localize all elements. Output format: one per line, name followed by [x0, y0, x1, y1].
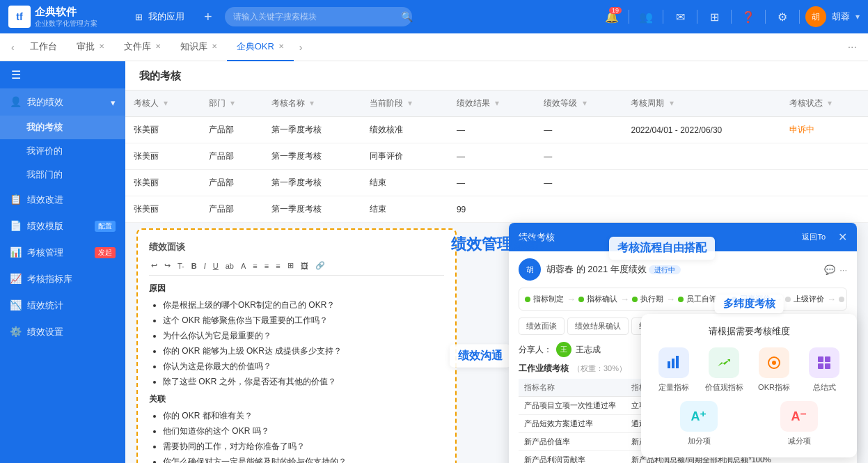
- status-badge: 申诉中: [781, 117, 868, 143]
- sidebar: ☰ 👤我的绩效 ▾ 我的考核 我评价的 我部门的 📋绩效改进 📄绩效模版 配置 …: [0, 61, 125, 463]
- bold-btn[interactable]: B: [189, 261, 199, 271]
- col-period: 考核周期 ▾: [622, 91, 780, 117]
- close-icon[interactable]: ✕: [99, 42, 104, 50]
- my-apps-button[interactable]: ⊞ 我的应用: [128, 8, 191, 26]
- global-search-input[interactable]: [225, 7, 413, 26]
- comment-icon[interactable]: 💬: [824, 265, 835, 275]
- perf-template-tag: 配置: [95, 221, 116, 232]
- multidim-card: 多纬度考核 请根据需要考核维度 定量指标 价值观指标: [641, 314, 857, 457]
- message-icon[interactable]: ✉: [669, 6, 691, 28]
- list-item: 需要协同的工作，对方给你准备了吗？: [163, 440, 444, 453]
- nav-icons: 🔔 19 👥 ✉ ⊞ ❓ ⚙ 胡 胡蓉 ▾: [601, 6, 860, 28]
- sidebar-item-my-perf[interactable]: 👤我的绩效 ▾: [0, 89, 125, 116]
- overlay-container: 绩效管理系统 绩效面谈 ↩ ↪ T- B I U ab A ≡ ≡ ≡ ⊞: [125, 223, 868, 463]
- svg-rect-2: [676, 356, 679, 368]
- table-row[interactable]: 张美丽产品部第一季度考核结束99: [125, 196, 868, 223]
- kpi-icon: [658, 347, 689, 378]
- return-button[interactable]: 返回To: [795, 230, 833, 244]
- tab-next-button[interactable]: ›: [294, 42, 308, 53]
- multidim-grid: 定量指标 价值观指标 OKR指标: [652, 347, 846, 393]
- avatar[interactable]: 胡: [805, 6, 826, 27]
- multidim-label: 多纬度考核: [715, 295, 784, 313]
- perf-content: 原因 你是根据上级的哪个OKR制定的自己的 OKR？ 这个 OKR 能够聚焦你当…: [149, 283, 444, 463]
- sidebar-menu-icon[interactable]: ☰: [0, 61, 125, 89]
- multidim-plus[interactable]: A⁺ 加分项: [652, 401, 745, 446]
- font-size-btn[interactable]: T-: [175, 261, 187, 271]
- notification-button[interactable]: 🔔 19: [601, 6, 623, 28]
- svg-rect-1: [672, 359, 674, 368]
- multidim-value[interactable]: 价值观指标: [702, 347, 745, 393]
- multidim-okr[interactable]: OKR指标: [752, 347, 796, 393]
- user-name[interactable]: 胡蓉: [832, 10, 850, 23]
- close-icon[interactable]: ✕: [212, 42, 217, 50]
- review-mgmt-tag: 发起: [95, 247, 116, 258]
- page-title: 我的考核: [139, 70, 854, 83]
- close-icon[interactable]: ✕: [155, 42, 161, 50]
- table-row[interactable]: 张美丽产品部第一季度考核结束——: [125, 170, 868, 196]
- list-item: 你是根据上级的哪个OKR制定的自己的 OKR？: [163, 299, 444, 311]
- tab-okr[interactable]: 企典OKR ✕: [227, 33, 294, 61]
- svg-rect-6: [825, 356, 830, 362]
- users-icon[interactable]: 👥: [635, 6, 657, 28]
- list-item: 为什么你认为它是最重要的？: [163, 329, 444, 342]
- section2-title: 关联: [149, 393, 444, 405]
- underline-btn[interactable]: U: [211, 261, 221, 271]
- tab-bar: ‹ 工作台 审批 ✕ 文件库 ✕ 知识库 ✕ 企典OKR ✕ › ···: [0, 33, 868, 61]
- link-btn[interactable]: 🔗: [313, 260, 327, 271]
- sidebar-item-perf-settings[interactable]: ⚙️绩效设置: [0, 319, 125, 345]
- table-row[interactable]: 张美丽产品部第一季度考核绩效核准—— 2022/04/01 - 2022/06/…: [125, 117, 868, 143]
- close-icon[interactable]: ✕: [838, 230, 847, 244]
- user-dropdown-icon[interactable]: ▾: [855, 12, 860, 22]
- tab-knowledge[interactable]: 知识库 ✕: [171, 33, 227, 61]
- align-right-btn[interactable]: ≡: [274, 261, 282, 271]
- okr-label: OKR指标: [758, 382, 790, 393]
- table-row[interactable]: 张美丽产品部第一季度考核同事评价——: [125, 143, 868, 170]
- table-btn[interactable]: ⊞: [285, 260, 296, 271]
- sidebar-item-review-mgmt[interactable]: 📊考核管理 发起: [0, 240, 125, 266]
- align-center-btn[interactable]: ≡: [262, 261, 271, 271]
- tab-approval[interactable]: 审批 ✕: [67, 33, 114, 61]
- redo-btn[interactable]: ↪: [162, 260, 173, 271]
- value-icon: [709, 347, 739, 378]
- minus-label: 减分项: [788, 436, 811, 446]
- sidebar-item-perf-stat[interactable]: 📉绩效统计: [0, 292, 125, 319]
- tab-filelib[interactable]: 文件库 ✕: [114, 33, 171, 61]
- strikethrough-btn[interactable]: ab: [223, 261, 236, 271]
- flow-step2-result-confirm[interactable]: 绩效结果确认: [567, 317, 629, 335]
- settings-icon[interactable]: ⚙: [771, 6, 794, 28]
- image-btn[interactable]: 🖼: [299, 261, 310, 271]
- sidebar-sub-my-dept[interactable]: 我部门的: [0, 163, 125, 187]
- more-icon[interactable]: ···: [839, 265, 847, 275]
- multidim-total[interactable]: 总结式: [803, 347, 846, 393]
- multidim-minus[interactable]: A⁻ 减分项: [752, 401, 846, 446]
- multidim-kpi[interactable]: 定量指标: [652, 347, 695, 393]
- undo-btn[interactable]: ↩: [149, 260, 159, 271]
- main-layout: ☰ 👤我的绩效 ▾ 我的考核 我评价的 我部门的 📋绩效改进 📄绩效模版 配置 …: [0, 61, 868, 463]
- review-user-row: 胡 胡蓉春 的 2021 年度绩效 进行中 💬 ···: [519, 258, 847, 281]
- plus-label: 加分项: [688, 436, 711, 446]
- tab-more-button[interactable]: ···: [842, 41, 862, 54]
- sidebar-sub-my-review[interactable]: 我的考核: [0, 116, 125, 139]
- review-table: 考核人 ▾ 部门 ▾ 考核名称 ▾ 当前阶段 ▾ 绩效结果 ▾ 绩效等级 ▾ 考…: [125, 91, 868, 223]
- col-result: 绩效结果 ▾: [448, 91, 535, 117]
- grid-icon[interactable]: ⊞: [703, 6, 725, 28]
- sidebar-item-review-kpi[interactable]: 📈考核指标库: [0, 266, 125, 292]
- help-icon[interactable]: ❓: [737, 6, 759, 28]
- sidebar-item-perf-improve[interactable]: 📋绩效改进: [0, 187, 125, 213]
- font-color-btn[interactable]: A: [239, 261, 248, 271]
- plus-icon: A⁺: [680, 401, 718, 432]
- close-icon[interactable]: ✕: [278, 42, 284, 50]
- minus-icon: A⁻: [780, 401, 818, 432]
- italic-btn[interactable]: I: [202, 261, 208, 271]
- align-left-btn[interactable]: ≡: [251, 261, 259, 271]
- add-tab-button[interactable]: +: [200, 9, 216, 25]
- sidebar-item-perf-template[interactable]: 📄绩效模版 配置: [0, 213, 125, 240]
- content-area: 我的考核 考核人 ▾ 部门 ▾ 考核名称 ▾ 当前阶段 ▾ 绩效结果 ▾ 绩效等…: [125, 61, 868, 463]
- flow-step2-interview[interactable]: 绩效面谈: [519, 317, 565, 335]
- sidebar-sub-my-eval[interactable]: 我评价的: [0, 139, 125, 163]
- step-indicator-superior-eval: 上级评价: [785, 294, 824, 304]
- logo-area: tf 企典软件 企业数字化管理方案: [8, 6, 120, 29]
- tab-workbench[interactable]: 工作台: [20, 33, 67, 61]
- editor-toolbar: ↩ ↪ T- B I U ab A ≡ ≡ ≡ ⊞ 🖼 🔗: [149, 260, 444, 276]
- tab-prev-button[interactable]: ‹: [6, 42, 20, 53]
